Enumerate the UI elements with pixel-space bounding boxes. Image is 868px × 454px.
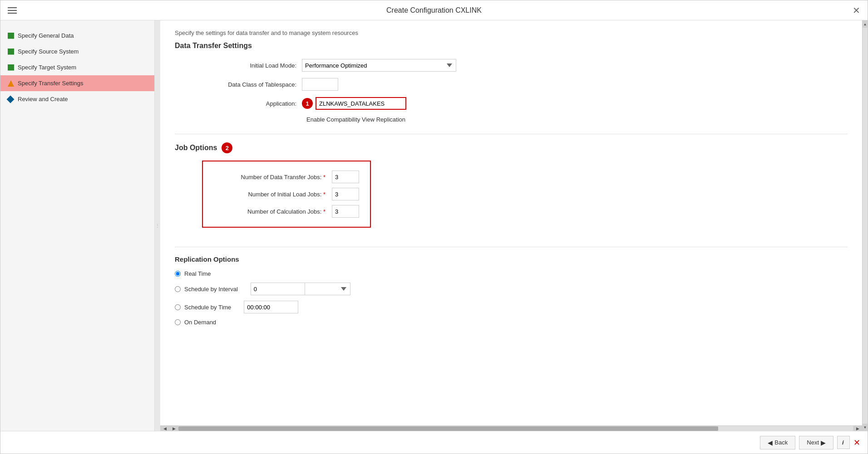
body: Specify General Data Specify Source Syst… xyxy=(0,20,868,431)
replication-options-title: Replication Options xyxy=(175,255,848,263)
data-class-row: Data Class of Tablespace: xyxy=(175,78,848,91)
annotation-badge-1: 1 xyxy=(302,98,313,109)
enable-compat-row: Enable Compatibility View Replication xyxy=(306,116,848,123)
title-bar-left xyxy=(8,7,17,14)
back-icon: ◀ xyxy=(768,439,773,446)
footer-close-button[interactable]: ✕ xyxy=(853,438,860,448)
next-button[interactable]: Next ▶ xyxy=(799,436,833,449)
sidebar-item-specify-transfer-settings[interactable]: Specify Transfer Settings xyxy=(0,75,154,91)
data-transfer-jobs-label: Number of Data Transfer Jobs: * xyxy=(214,174,332,181)
scroll-down-arrow[interactable]: ▼ xyxy=(863,424,868,431)
interval-value-input[interactable] xyxy=(251,283,305,295)
real-time-radio[interactable] xyxy=(175,271,181,277)
on-demand-label: On Demand xyxy=(184,319,216,326)
window-close-button[interactable]: ✕ xyxy=(853,6,860,15)
interval-controls xyxy=(251,283,350,295)
enable-compat-label: Enable Compatibility View Replication xyxy=(306,116,405,123)
sidebar-item-review-and-create[interactable]: Review and Create xyxy=(0,91,154,107)
schedule-time-radio[interactable] xyxy=(175,304,181,310)
back-button[interactable]: ◀ Back xyxy=(760,436,795,449)
scrollbar-thumb xyxy=(178,426,718,431)
schedule-time-input[interactable] xyxy=(244,301,298,313)
required-star-3: * xyxy=(323,208,326,215)
job-options-header: Job Options 2 xyxy=(175,142,848,153)
sidebar-item-specify-source-system[interactable]: Specify Source System xyxy=(0,44,154,59)
data-transfer-jobs-input[interactable] xyxy=(332,171,359,183)
main-window: Create Configuration CXLINK ✕ Specify Ge… xyxy=(0,0,868,454)
sidebar-item-specify-general-data[interactable]: Specify General Data xyxy=(0,28,154,44)
horizontal-scrollbar[interactable]: ◀ ▶ ▶ xyxy=(160,425,862,431)
sidebar-resize-handle[interactable]: ⋮ xyxy=(155,20,160,431)
schedule-interval-radio-row: Schedule by Interval xyxy=(175,283,848,295)
subtitle: Specify the settings for data transfer a… xyxy=(175,29,848,36)
application-input[interactable] xyxy=(316,97,406,110)
schedule-time-label: Schedule by Time xyxy=(184,304,231,311)
schedule-time-radio-row: Schedule by Time xyxy=(175,301,848,313)
job-options-title: Job Options xyxy=(175,144,217,152)
initial-load-jobs-input[interactable] xyxy=(332,188,359,200)
data-transfer-section-title: Data Transfer Settings xyxy=(175,42,848,50)
interval-unit-select[interactable] xyxy=(305,283,350,295)
schedule-interval-radio[interactable] xyxy=(175,286,181,292)
title-bar: Create Configuration CXLINK ✕ xyxy=(0,0,868,20)
sidebar-item-specify-target-system[interactable]: Specify Target System xyxy=(0,59,154,75)
next-icon: ▶ xyxy=(821,439,826,446)
data-transfer-jobs-row: Number of Data Transfer Jobs: * xyxy=(214,171,359,183)
data-class-input[interactable] xyxy=(302,78,338,91)
scrollbar-track[interactable] xyxy=(178,426,853,431)
info-icon: i xyxy=(842,439,844,446)
required-star-2: * xyxy=(323,191,326,198)
real-time-label: Real Time xyxy=(184,270,211,277)
info-button[interactable]: i xyxy=(837,436,850,449)
initial-load-mode-row: Initial Load Mode: Performance Optimized xyxy=(175,59,848,72)
window-title: Create Configuration CXLINK xyxy=(386,6,482,15)
initial-load-mode-label: Initial Load Mode: xyxy=(175,62,302,69)
initial-load-jobs-label: Number of Initial Load Jobs: * xyxy=(214,191,332,198)
schedule-interval-label: Schedule by Interval xyxy=(184,286,238,293)
calc-jobs-input[interactable] xyxy=(332,205,359,218)
required-star-1: * xyxy=(323,174,326,181)
hamburger-menu-icon[interactable] xyxy=(8,7,17,14)
divider-2 xyxy=(175,247,848,247)
scroll-up-arrow[interactable]: ▲ xyxy=(863,20,868,28)
diamond-icon xyxy=(7,95,15,103)
main-content: Specify the settings for data transfer a… xyxy=(160,20,862,425)
divider-1 xyxy=(175,134,848,134)
initial-load-mode-select[interactable]: Performance Optimized xyxy=(302,59,456,72)
green-square-icon xyxy=(8,49,14,55)
job-options-box: Number of Data Transfer Jobs: * Number o… xyxy=(202,161,371,228)
real-time-radio-row: Real Time xyxy=(175,270,848,277)
green-square-icon xyxy=(8,33,14,39)
vertical-scrollbar[interactable]: ▲ ▼ xyxy=(862,20,868,431)
application-row: Application: 1 xyxy=(175,97,848,110)
orange-triangle-icon xyxy=(8,80,14,87)
application-input-container: 1 xyxy=(302,97,406,110)
scroll-left-arrow[interactable]: ◀ xyxy=(160,426,169,431)
sidebar: Specify General Data Specify Source Syst… xyxy=(0,20,155,431)
data-class-label: Data Class of Tablespace: xyxy=(175,81,302,88)
on-demand-radio[interactable] xyxy=(175,319,181,325)
green-square-icon xyxy=(8,64,14,71)
annotation-badge-2: 2 xyxy=(222,142,232,153)
scroll-right-end-arrow[interactable]: ▶ xyxy=(853,426,862,431)
on-demand-radio-row: On Demand xyxy=(175,319,848,326)
calc-jobs-label: Number of Calculation Jobs: * xyxy=(214,208,332,215)
application-label: Application: xyxy=(175,100,302,107)
footer: ◀ Back Next ▶ i ✕ xyxy=(0,431,868,454)
scroll-right-arrow[interactable]: ▶ xyxy=(169,426,178,431)
calc-jobs-row: Number of Calculation Jobs: * xyxy=(214,205,359,218)
initial-load-jobs-row: Number of Initial Load Jobs: * xyxy=(214,188,359,200)
